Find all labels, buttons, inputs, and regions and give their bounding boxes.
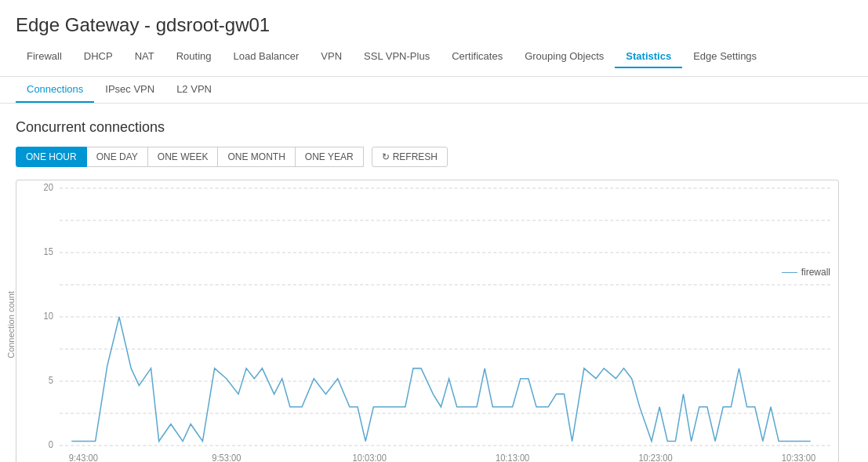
nav-item-grouping-objects[interactable]: Grouping Objects — [514, 45, 615, 68]
chart-container: Connection count 0 5 10 15 20 9:43:00 9:… — [16, 180, 839, 462]
svg-text:20: 20 — [44, 183, 53, 192]
top-nav: Firewall DHCP NAT Routing Load Balancer … — [16, 45, 852, 68]
svg-text:15: 15 — [44, 247, 53, 256]
nav-item-routing[interactable]: Routing — [165, 45, 223, 68]
nav-item-certificates[interactable]: Certificates — [441, 45, 514, 68]
nav-item-dhcp[interactable]: DHCP — [73, 45, 124, 68]
svg-text:5: 5 — [49, 376, 53, 385]
nav-item-firewall[interactable]: Firewall — [16, 45, 73, 68]
content-area: Concurrent connections ONE HOUR ONE DAY … — [0, 104, 868, 462]
svg-text:9:43:00: 9:43:00 — [69, 453, 98, 462]
svg-text:10: 10 — [44, 311, 53, 321]
nav-item-load-balancer[interactable]: Load Balancer — [223, 45, 311, 68]
refresh-label: REFRESH — [393, 151, 438, 162]
nav-item-vpn[interactable]: VPN — [310, 45, 353, 68]
chart-line-firewall — [71, 317, 810, 442]
svg-text:10:33:00: 10:33:00 — [782, 453, 815, 462]
svg-text:10:23:00: 10:23:00 — [638, 453, 672, 462]
svg-text:10:03:00: 10:03:00 — [353, 453, 387, 462]
nav-item-edge-settings[interactable]: Edge Settings — [682, 45, 768, 68]
chart-svg: 0 5 10 15 20 9:43:00 9:53:00 10:03:00 10… — [60, 188, 830, 446]
section-title: Concurrent connections — [16, 119, 852, 136]
page-title: Edge Gateway - gdsroot-gw01 — [16, 14, 852, 36]
refresh-icon: ↻ — [382, 151, 390, 162]
y-axis-label: Connection count — [6, 291, 16, 358]
nav-item-statistics[interactable]: Statistics — [615, 45, 682, 68]
btn-one-hour[interactable]: ONE HOUR — [16, 147, 87, 167]
refresh-button[interactable]: ↻ REFRESH — [372, 147, 448, 167]
svg-text:10:13:00: 10:13:00 — [496, 453, 529, 462]
btn-one-month[interactable]: ONE MONTH — [218, 147, 295, 167]
subnav-connections[interactable]: Connections — [16, 77, 94, 103]
btn-one-day[interactable]: ONE DAY — [87, 147, 148, 167]
time-controls: ONE HOUR ONE DAY ONE WEEK ONE MONTH ONE … — [16, 147, 852, 167]
subnav-ipsec-vpn[interactable]: IPsec VPN — [94, 77, 165, 103]
legend-label: firewall — [801, 267, 830, 278]
subnav-l2-vpn[interactable]: L2 VPN — [165, 77, 223, 103]
chart-legend: firewall — [782, 267, 830, 278]
page-header: Edge Gateway - gdsroot-gw01 Firewall DHC… — [0, 0, 868, 77]
nav-item-nat[interactable]: NAT — [124, 45, 165, 68]
btn-one-year[interactable]: ONE YEAR — [296, 147, 364, 167]
nav-item-ssl-vpn[interactable]: SSL VPN-Plus — [353, 45, 441, 68]
btn-one-week[interactable]: ONE WEEK — [148, 147, 219, 167]
legend-color-line — [782, 272, 797, 273]
svg-text:0: 0 — [49, 440, 53, 449]
svg-text:9:53:00: 9:53:00 — [212, 453, 241, 462]
sub-nav: Connections IPsec VPN L2 VPN — [0, 77, 868, 104]
